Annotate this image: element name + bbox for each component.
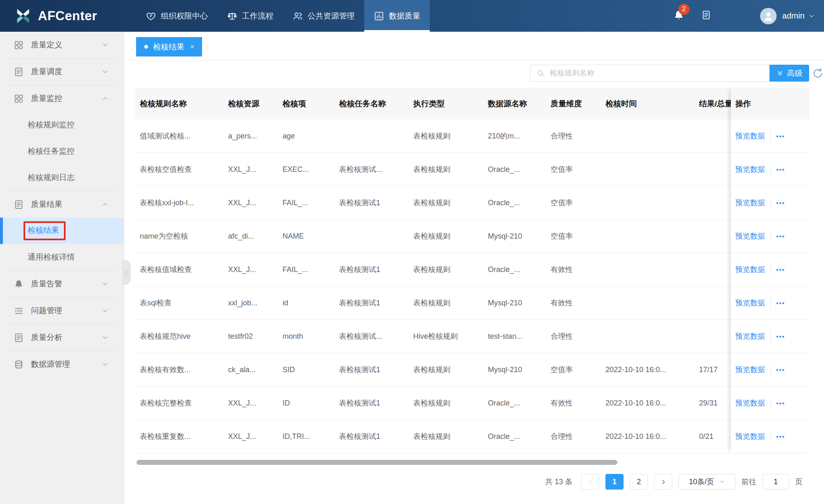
chevron-down-icon[interactable] <box>808 13 815 19</box>
sidebar-sub-item[interactable]: 通用检核详情 <box>0 244 124 270</box>
table-cell: 表检核测试1 <box>339 253 380 286</box>
goto-label: 前往 <box>742 477 756 487</box>
notifications-button[interactable]: 2 <box>673 9 685 23</box>
preview-data-link[interactable]: 预览数据 <box>735 131 765 141</box>
more-actions-button[interactable]: ••• <box>776 133 785 140</box>
sidebar-group-item[interactable]: 质量定义 <box>0 32 124 58</box>
sidebar-group-label: 质量分析 <box>31 332 62 343</box>
sidebar-collapse-handle[interactable] <box>122 260 131 285</box>
table-cell: FAIL_... <box>283 253 308 286</box>
table-cell: 表检核测试1 <box>339 387 380 420</box>
preview-data-link[interactable]: 预览数据 <box>735 265 765 274</box>
more-actions-button[interactable]: ••• <box>776 233 785 240</box>
table-cell: Mysql-210 <box>488 220 522 253</box>
action-divider <box>770 365 771 375</box>
page-size-value: 10条/页 <box>689 477 714 487</box>
sidebar-group-item[interactable]: 问题管理 <box>0 298 124 324</box>
table-cell: 210的m... <box>488 120 520 152</box>
preview-data-link[interactable]: 预览数据 <box>735 231 765 241</box>
preview-data-link[interactable]: 预览数据 <box>735 365 765 375</box>
table-cell: 表检核规则 <box>413 220 450 253</box>
table-row: 表检核完整检查XXL_J...ID表检核测试1表检核规则Oracle_...有效… <box>135 387 810 420</box>
chevron-down-icon <box>102 281 108 287</box>
action-divider <box>770 298 771 308</box>
table-cell: FAIL_... <box>283 186 308 219</box>
more-actions-button[interactable]: ••• <box>776 266 785 273</box>
sidebar-sub-item-active[interactable]: 检核结果 <box>0 218 124 244</box>
more-actions-button[interactable]: ••• <box>776 333 785 340</box>
nav-item-label: 公共资源管理 <box>308 11 355 21</box>
sidebar-group-item[interactable]: 质量告警 <box>0 271 124 297</box>
preview-data-link[interactable]: 预览数据 <box>735 431 765 441</box>
preview-data-link[interactable]: 预览数据 <box>735 298 765 308</box>
sidebar-sub-item[interactable]: 检核任务监控 <box>0 138 124 164</box>
more-actions-button[interactable]: ••• <box>776 166 785 173</box>
fixed-actions-column: 操作 预览数据•••预览数据•••预览数据•••预览数据•••预览数据•••预览… <box>731 88 810 453</box>
goto-page-input[interactable] <box>763 474 789 490</box>
sidebar-group-label: 质量监控 <box>31 93 62 104</box>
advanced-search-button[interactable]: 高级 <box>770 65 809 82</box>
table-cell: test-stan... <box>488 320 523 353</box>
page-size-select[interactable]: 10条/页 <box>678 474 735 490</box>
search-input[interactable] <box>549 68 769 78</box>
sidebar-group-item[interactable]: 质量调度 <box>0 59 124 85</box>
table-cell: 表检核规则 <box>413 253 450 286</box>
column-header: 检核任务名称 <box>339 88 386 120</box>
tab-check-results[interactable]: 检核结果 × <box>136 37 202 56</box>
table-cell: 2022-10-10 16:0... <box>605 387 666 420</box>
prev-page-button[interactable] <box>581 474 599 490</box>
table-row-actions: 预览数据••• <box>731 320 810 353</box>
table-row: 表检核空值检查XXL_J...EXEC...表检核测试...表检核规则Oracl… <box>135 153 810 186</box>
heart-badge-icon <box>146 11 156 21</box>
nav-item[interactable]: 工作流程 <box>217 0 283 32</box>
sidebar-group-item[interactable]: 质量分析 <box>0 324 124 351</box>
preview-data-link[interactable]: 预览数据 <box>735 398 765 408</box>
document-list-button[interactable] <box>701 10 711 22</box>
nav-item[interactable]: 公共资源管理 <box>283 0 364 32</box>
more-actions-button[interactable]: ••• <box>776 199 785 206</box>
more-actions-button[interactable]: ••• <box>776 433 785 440</box>
document-icon <box>14 199 24 210</box>
horizontal-scrollbar[interactable] <box>137 460 617 465</box>
column-header: 检核项 <box>283 88 306 120</box>
sidebar-sub-item[interactable]: 检核规则监控 <box>0 112 124 138</box>
table-cell: 空值率 <box>551 186 573 219</box>
document-icon <box>14 333 24 343</box>
nav-item[interactable]: 组织权限中心 <box>136 0 217 32</box>
chevron-down-icon <box>719 479 725 485</box>
page-number-button[interactable]: 1 <box>605 474 624 490</box>
table-cell: 表检核规则 <box>413 286 450 319</box>
preview-data-link[interactable]: 预览数据 <box>735 198 765 208</box>
page-number-button[interactable]: 2 <box>630 474 648 490</box>
table-row-actions: 预览数据••• <box>731 120 810 153</box>
more-actions-button[interactable]: ••• <box>776 366 785 373</box>
table-body: 值域测试检核...a_pers...age表检核规则210的m...合理性表检核… <box>135 120 810 453</box>
table-cell: 值域测试检核... <box>140 120 191 152</box>
user-name[interactable]: admin <box>782 11 805 21</box>
double-chevron-down-icon <box>776 69 784 77</box>
sidebar-group-item[interactable]: 数据源管理 <box>0 351 124 377</box>
table-cell: Mysql-210 <box>488 353 522 386</box>
table-cell: 表sql检查 <box>140 286 172 319</box>
table-cell: 2022-10-10 16:0... <box>605 420 666 453</box>
table-cell: 表检核有效数... <box>140 353 191 386</box>
table-cell: 2022-10-10 16:0... <box>605 353 666 386</box>
preview-data-link[interactable]: 预览数据 <box>735 331 765 341</box>
more-actions-button[interactable]: ••• <box>776 400 785 407</box>
next-page-button[interactable] <box>654 474 672 490</box>
avatar[interactable] <box>760 8 777 24</box>
sidebar-sub-item[interactable]: 检核规则日志 <box>0 164 124 191</box>
refresh-icon[interactable] <box>812 67 824 80</box>
sidebar-group-item[interactable]: 质量监控 <box>0 85 124 112</box>
action-divider <box>770 398 771 408</box>
sidebar-group-item[interactable]: 质量结果 <box>0 191 124 218</box>
actions-column-header: 操作 <box>731 88 810 120</box>
navbar-right: 2 admin <box>673 0 815 32</box>
table-cell: Oracle_... <box>488 253 520 286</box>
nav-item[interactable]: 数据质量 <box>364 0 430 32</box>
more-actions-button[interactable]: ••• <box>776 300 785 307</box>
preview-data-link[interactable]: 预览数据 <box>735 164 765 174</box>
brand[interactable]: AFCenter <box>14 7 122 26</box>
close-icon[interactable]: × <box>190 43 194 51</box>
column-header: 质量维度 <box>551 88 582 120</box>
